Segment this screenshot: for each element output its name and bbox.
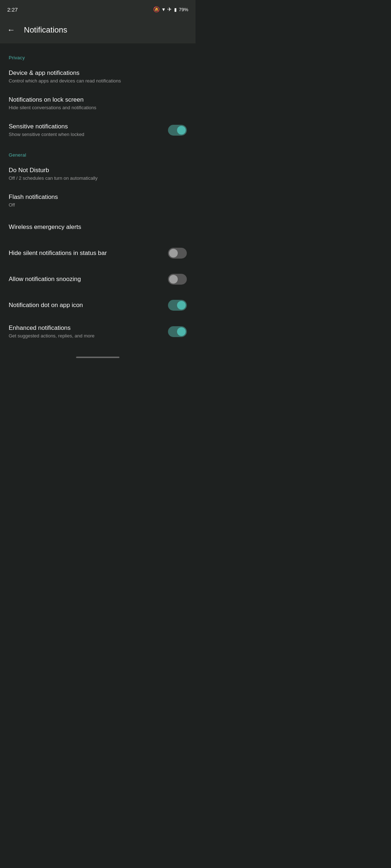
sensitive-notifications-toggle[interactable]: [168, 125, 187, 136]
page-title: Notifications: [24, 25, 67, 35]
battery-icon: ▮: [174, 7, 177, 12]
notification-dot-title: Notification dot on app icon: [9, 301, 162, 309]
sensitive-notifications-toggle-track: [168, 125, 187, 136]
page-header: ← Notifications: [0, 18, 196, 43]
allow-snoozing-title: Allow notification snoozing: [9, 275, 162, 283]
flash-notifications-text: Flash notifications Off: [9, 193, 187, 208]
allow-snoozing-toggle-track: [168, 274, 187, 285]
back-button[interactable]: ←: [7, 25, 15, 35]
enhanced-notifications-toggle-track: [168, 326, 187, 337]
hide-silent-notifications-toggle-track: [168, 248, 187, 259]
notifications-lock-screen-text: Notifications on lock screen Hide silent…: [9, 96, 187, 111]
notification-dot-item[interactable]: Notification dot on app icon: [0, 292, 196, 318]
enhanced-notifications-item[interactable]: Enhanced notifications Get suggested act…: [0, 318, 196, 345]
sensitive-notifications-item[interactable]: Sensitive notifications Show sensitive c…: [0, 117, 196, 144]
hide-silent-notifications-item[interactable]: Hide silent notifications in status bar: [0, 240, 196, 266]
wireless-emergency-alerts-text: Wireless emergency alerts: [9, 223, 187, 231]
flash-notifications-item[interactable]: Flash notifications Off: [0, 187, 196, 214]
notification-dot-toggle[interactable]: [168, 300, 187, 311]
allow-snoozing-item[interactable]: Allow notification snoozing: [0, 266, 196, 292]
status-bar: 2:27 🔕 ▾ ✈ ▮ 79%: [0, 0, 196, 18]
flash-notifications-title: Flash notifications: [9, 193, 181, 201]
mute-icon: 🔕: [153, 6, 160, 13]
status-time: 2:27: [7, 7, 18, 13]
wireless-emergency-alerts-title: Wireless emergency alerts: [9, 223, 181, 231]
do-not-disturb-text: Do Not Disturb Off / 2 schedules can tur…: [9, 166, 187, 182]
hide-silent-notifications-toggle[interactable]: [168, 248, 187, 259]
battery-percent: 79%: [179, 7, 188, 12]
home-indicator: [0, 351, 196, 364]
notifications-lock-screen-item[interactable]: Notifications on lock screen Hide silent…: [0, 90, 196, 117]
privacy-section: Privacy Device & app notifications Contr…: [0, 49, 196, 144]
enhanced-notifications-subtitle: Get suggested actions, replies, and more: [9, 333, 162, 339]
settings-content: Privacy Device & app notifications Contr…: [0, 43, 196, 351]
hide-silent-notifications-toggle-thumb: [169, 249, 178, 258]
airplane-icon: ✈: [167, 6, 172, 13]
allow-snoozing-toggle-thumb: [169, 275, 178, 284]
general-section: General Do Not Disturb Off / 2 schedules…: [0, 146, 196, 345]
enhanced-notifications-toggle[interactable]: [168, 326, 187, 337]
status-icons: 🔕 ▾ ✈ ▮ 79%: [153, 6, 188, 13]
notification-dot-toggle-track: [168, 300, 187, 311]
do-not-disturb-title: Do Not Disturb: [9, 166, 181, 174]
privacy-section-label: Privacy: [0, 49, 196, 63]
device-app-notifications-text: Device & app notifications Control which…: [9, 69, 187, 84]
enhanced-notifications-title: Enhanced notifications: [9, 324, 162, 332]
sensitive-notifications-text: Sensitive notifications Show sensitive c…: [9, 123, 168, 138]
home-bar: [76, 357, 119, 358]
device-app-notifications-title: Device & app notifications: [9, 69, 181, 77]
allow-snoozing-toggle[interactable]: [168, 274, 187, 285]
flash-notifications-subtitle: Off: [9, 202, 181, 208]
hide-silent-notifications-title: Hide silent notifications in status bar: [9, 249, 162, 257]
notifications-lock-screen-title: Notifications on lock screen: [9, 96, 181, 104]
enhanced-notifications-text: Enhanced notifications Get suggested act…: [9, 324, 168, 339]
general-section-label: General: [0, 146, 196, 161]
hide-silent-notifications-text: Hide silent notifications in status bar: [9, 249, 168, 257]
notification-dot-text: Notification dot on app icon: [9, 301, 168, 309]
allow-snoozing-text: Allow notification snoozing: [9, 275, 168, 283]
sensitive-notifications-toggle-thumb: [177, 126, 186, 135]
do-not-disturb-subtitle: Off / 2 schedules can turn on automatica…: [9, 175, 181, 182]
wifi-icon: ▾: [162, 6, 165, 13]
do-not-disturb-item[interactable]: Do Not Disturb Off / 2 schedules can tur…: [0, 161, 196, 187]
sensitive-notifications-title: Sensitive notifications: [9, 123, 162, 131]
device-app-notifications-subtitle: Control which apps and devices can read …: [9, 78, 181, 84]
device-app-notifications-item[interactable]: Device & app notifications Control which…: [0, 63, 196, 90]
notifications-lock-screen-subtitle: Hide silent conversations and notificati…: [9, 105, 181, 111]
sensitive-notifications-subtitle: Show sensitive content when locked: [9, 132, 162, 138]
notification-dot-toggle-thumb: [177, 301, 186, 310]
enhanced-notifications-toggle-thumb: [177, 327, 186, 336]
wireless-emergency-alerts-item[interactable]: Wireless emergency alerts: [0, 214, 196, 240]
